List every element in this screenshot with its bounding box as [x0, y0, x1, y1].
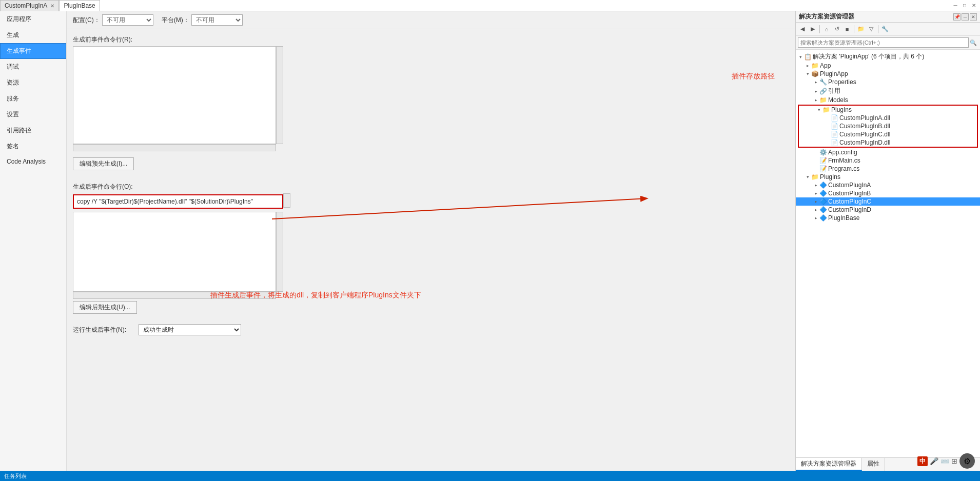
pluginapp-label: PluginApp [820, 70, 848, 77]
solution-search-input[interactable] [798, 37, 969, 48]
close-icon[interactable]: ✕ [970, 2, 978, 10]
right-search-bar: 🔍 [796, 36, 980, 50]
tree-dll-a[interactable]: 📄 CustomPlugInA.dll [799, 114, 977, 122]
run-select[interactable]: 成功生成时始终当生成更新项目输出时 [139, 324, 241, 335]
ime-cn-icon[interactable]: 中 [917, 456, 928, 466]
post-build-edit-button[interactable]: 编辑后期生成(U)... [73, 301, 137, 314]
toolbar-filter-icon[interactable]: ▽ [867, 25, 876, 34]
nav-code-analysis[interactable]: Code Analysis [0, 154, 66, 169]
nav-settings[interactable]: 设置 [0, 107, 66, 123]
nav-app[interactable]: 应用程序 [0, 11, 66, 27]
pre-build-scrollbar-v[interactable] [276, 46, 283, 144]
tree-solution-root[interactable]: ▾ 📋 解决方案 'PluginApp' (6 个项目，共 6 个) [796, 52, 980, 62]
tree-custompluginb-expand[interactable]: ▸ [812, 190, 819, 197]
nav-debug[interactable]: 调试 [0, 59, 66, 75]
tree-refs[interactable]: ▸ 🔗 引用 [796, 86, 980, 96]
post-build-scrollbar-h[interactable] [73, 292, 276, 299]
toolbar-stop-icon[interactable]: ■ [842, 25, 852, 34]
grid-icon[interactable]: ⊞ [951, 457, 957, 465]
tree-custompluginb[interactable]: ▸ 🔷 CustomPlugInB [796, 189, 980, 197]
tab-pluginbase[interactable]: PlugInBase [59, 0, 100, 11]
tree-plugins-root-expand[interactable]: ▾ [804, 173, 811, 181]
tree-pluginapp[interactable]: ▾ 📦 PluginApp [796, 70, 980, 78]
tree-custompluginc-expand[interactable]: ▸ [812, 198, 819, 205]
toolbar-back-icon[interactable]: ◀ [798, 25, 807, 34]
post-build-input-wrapper: copy /Y "$(TargetDir)$(ProjectName).dll"… [73, 193, 290, 210]
tree-plugins-root[interactable]: ▾ 📁 PlugIns [796, 173, 980, 181]
plugins-folder-icon: 📁 [822, 106, 830, 113]
tree-customplugina-expand[interactable]: ▸ [812, 182, 819, 189]
tab-customplugina[interactable]: CustomPlugInA ✕ [0, 0, 59, 11]
config-select[interactable]: 不可用 [102, 14, 153, 26]
right-minimize-icon[interactable]: ─ [962, 13, 969, 21]
tree-customplugind-expand[interactable]: ▸ [812, 206, 819, 213]
pre-build-edit-button[interactable]: 编辑预先生成(I)... [73, 157, 134, 170]
toolbar-forward-icon[interactable]: ▶ [808, 25, 817, 34]
pre-build-textarea-wrapper [73, 46, 283, 151]
center-content: 生成前事件命令行(R): 编辑预先生成(I)... 生成后事件命令行(O): c… [67, 29, 795, 471]
tree-app-expand[interactable]: ▸ [804, 62, 811, 69]
nav-services[interactable]: 服务 [0, 91, 66, 107]
nav-ref-path[interactable]: 引用路径 [0, 123, 66, 138]
platform-select[interactable]: 不可用 [191, 14, 243, 26]
plugins-highlight-box: ▾ 📁 PlugIns 📄 CustomPlugInA.dll 📄 Custom… [798, 105, 978, 148]
app-folder-icon: 📁 [811, 62, 819, 69]
right-controls: 📌 ─ ✕ [953, 13, 977, 21]
tree-pluginbase-expand[interactable]: ▸ [812, 214, 819, 222]
platform-label: 平台(M)： [162, 16, 189, 25]
tree-dll-b[interactable]: 📄 CustomPlugInB.dll [799, 122, 977, 130]
user-avatar-icon[interactable]: ⚙ [959, 453, 975, 469]
pluginbase-label: PlugInBase [828, 214, 859, 222]
tree-programcs[interactable]: 📝 Program.cs [796, 165, 980, 173]
tree-properties-expand[interactable]: ▸ [812, 78, 819, 86]
mic-icon[interactable]: 🎤 [930, 457, 938, 465]
tree-properties[interactable]: ▸ 🔧 Properties [796, 78, 980, 86]
toolbar-refresh-icon[interactable]: ↺ [832, 25, 841, 34]
tab-customplugina-close[interactable]: ✕ [50, 3, 54, 9]
right-pin-icon[interactable]: 📌 [953, 13, 961, 21]
tree-pluginbase[interactable]: ▸ 🔷 PlugInBase [796, 214, 980, 222]
tree-models[interactable]: ▸ 📁 Models [796, 96, 980, 104]
maximize-icon[interactable]: □ [961, 2, 969, 10]
pre-build-scrollbar-h[interactable] [73, 144, 276, 151]
right-panel: 解决方案资源管理器 📌 ─ ✕ ◀ ▶ ⌂ ↺ ■ 📁 ▽ 🔧 🔍 [795, 11, 980, 471]
toolbar-home-icon[interactable]: ⌂ [822, 25, 831, 34]
tree-plugins-expand[interactable]: ▾ [815, 106, 822, 113]
tree-models-expand[interactable]: ▸ [812, 96, 819, 104]
plugins-root-label: PlugIns [820, 173, 840, 181]
tree-app-folder[interactable]: ▸ 📁 App [796, 62, 980, 70]
tree-customplugind[interactable]: ▸ 🔷 CustomPlugInD [796, 206, 980, 214]
post-build-scrollbar-v[interactable] [276, 212, 283, 292]
tree-dll-c[interactable]: 📄 CustomPlugInC.dll [799, 130, 977, 138]
nav-sign[interactable]: 签名 [0, 138, 66, 154]
tree-customplugina[interactable]: ▸ 🔷 CustomPlugInA [796, 181, 980, 189]
minimize-icon[interactable]: ─ [951, 2, 959, 10]
pre-build-textarea[interactable] [73, 46, 276, 144]
search-icon[interactable]: 🔍 [969, 38, 978, 47]
customplugind-label: CustomPlugInD [828, 206, 871, 213]
post-build-input[interactable]: copy /Y "$(TargetDir)$(ProjectName).dll"… [73, 194, 283, 209]
appconfig-icon: ⚙️ [819, 149, 827, 156]
frmmain-label: FrmMain.cs [828, 157, 860, 164]
post-input-scroll[interactable] [283, 193, 290, 208]
tree-custompluginc[interactable]: ▸ 🔷 CustomPlugInC [796, 197, 980, 206]
pre-build-label: 生成前事件命令行(R): [73, 35, 789, 44]
tree-frmmain[interactable]: 📝 FrmMain.cs [796, 156, 980, 165]
toolbar-properties-icon[interactable]: 🔧 [880, 25, 890, 34]
nav-resources[interactable]: 资源 [0, 75, 66, 91]
toolbar-folder-icon[interactable]: 📁 [856, 25, 866, 34]
run-section: 运行生成后事件(N): 成功生成时始终当生成更新项目输出时 [73, 324, 789, 335]
tree-pluginapp-expand[interactable]: ▾ [804, 70, 811, 77]
right-tab-properties[interactable]: 属性 [862, 458, 885, 471]
right-close-icon[interactable]: ✕ [970, 13, 977, 21]
tree-refs-expand[interactable]: ▸ [812, 88, 819, 95]
nav-build-events[interactable]: 生成事件 [0, 43, 66, 59]
nav-build[interactable]: 生成 [0, 27, 66, 43]
keyboard-icon[interactable]: ⌨️ [940, 457, 949, 465]
tree-appconfig[interactable]: ⚙️ App.config [796, 148, 980, 156]
tree-dll-d[interactable]: 📄 CustomPlugInD.dll [799, 138, 977, 147]
tree-solution-expand[interactable]: ▾ [797, 53, 804, 61]
post-build-textarea[interactable] [73, 212, 276, 292]
tree-plugins-folder[interactable]: ▾ 📁 PlugIns [799, 106, 977, 114]
right-tab-solution[interactable]: 解决方案资源管理器 [796, 458, 862, 471]
